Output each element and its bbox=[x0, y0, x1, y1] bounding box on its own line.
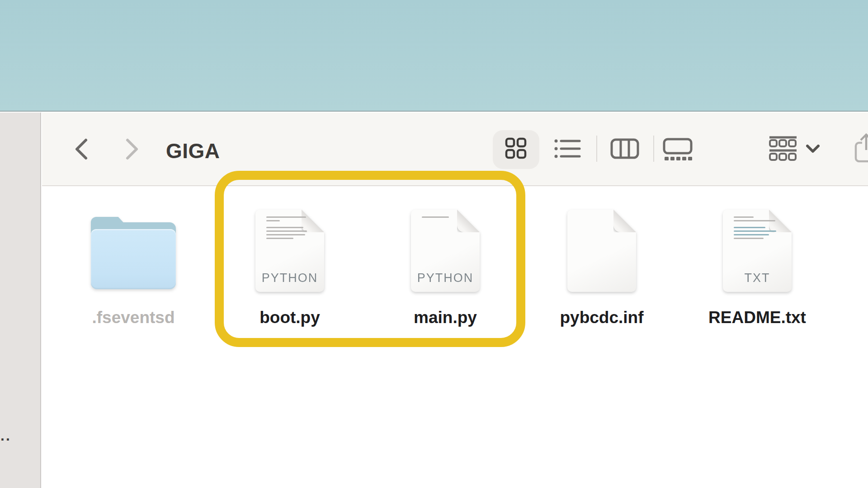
file-name-label: main.py bbox=[384, 308, 506, 327]
file-fseventsd[interactable]: .fseventsd bbox=[72, 199, 194, 334]
finder-window: .. GIGA bbox=[0, 0, 868, 488]
group-by-button[interactable] bbox=[769, 136, 797, 162]
file-type-badge: PYTHON bbox=[255, 271, 324, 285]
list-view-button[interactable] bbox=[554, 138, 581, 159]
toolbar-divider bbox=[596, 136, 597, 162]
doc-preview-lines bbox=[734, 216, 779, 239]
file-name-label: .fseventsd bbox=[72, 308, 194, 327]
chevron-down-icon bbox=[806, 145, 820, 154]
grid-view-icon bbox=[505, 137, 527, 159]
gallery-view-button[interactable] bbox=[663, 138, 693, 160]
share-button[interactable] bbox=[853, 133, 868, 164]
back-button[interactable] bbox=[71, 136, 91, 162]
file-boot-py[interactable]: PYTHON boot.py bbox=[229, 199, 351, 334]
text-file-icon: TXT bbox=[723, 210, 792, 292]
python-file-icon: PYTHON bbox=[255, 210, 324, 292]
window-title: GIGA bbox=[166, 139, 220, 163]
toolbar-divider bbox=[653, 136, 654, 162]
forward-button[interactable] bbox=[122, 136, 142, 162]
folded-corner bbox=[613, 210, 636, 232]
file-type-badge: PYTHON bbox=[411, 271, 480, 285]
clipped-desktop-label: .. bbox=[0, 427, 11, 444]
file-readme-txt[interactable]: TXT README.txt bbox=[696, 199, 818, 334]
file-name-label: README.txt bbox=[696, 308, 818, 327]
file-main-py[interactable]: PYTHON main.py bbox=[384, 199, 506, 334]
chevron-left-icon bbox=[74, 138, 89, 160]
column-view-icon bbox=[610, 138, 639, 159]
plain-file-icon bbox=[567, 210, 636, 292]
file-pybcdc-inf[interactable]: pybcdc.inf bbox=[541, 199, 663, 334]
python-file-icon: PYTHON bbox=[411, 210, 480, 292]
file-type-badge: TXT bbox=[723, 271, 792, 285]
doc-preview-lines bbox=[422, 216, 467, 218]
file-name-label: pybcdc.inf bbox=[541, 308, 663, 327]
gallery-view-icon bbox=[663, 138, 693, 160]
folder-front bbox=[91, 229, 176, 289]
folded-corner bbox=[457, 210, 480, 232]
file-name-label: boot.py bbox=[229, 308, 351, 327]
folder-icon bbox=[91, 217, 176, 289]
list-view-icon bbox=[554, 138, 581, 159]
icon-view-button[interactable] bbox=[505, 137, 527, 159]
share-icon bbox=[853, 133, 868, 164]
group-by-chevron[interactable] bbox=[806, 145, 820, 154]
doc-preview-lines bbox=[266, 216, 311, 239]
group-by-icon bbox=[769, 136, 797, 162]
desktop-background bbox=[0, 0, 868, 112]
column-view-button[interactable] bbox=[610, 138, 639, 159]
chevron-right-icon bbox=[124, 138, 140, 160]
